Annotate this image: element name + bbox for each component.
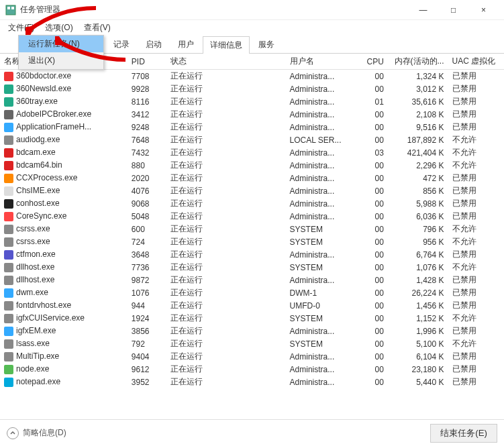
process-mem: 5,988 K bbox=[388, 197, 448, 210]
menu-exit[interactable]: 退出(X) bbox=[19, 52, 103, 69]
process-user: SYSTEM bbox=[286, 312, 360, 325]
process-uac: 已禁用 bbox=[448, 210, 504, 223]
process-icon bbox=[4, 276, 13, 285]
fewer-details-button[interactable]: 简略信息(D) bbox=[7, 427, 66, 439]
table-row[interactable]: AdobeIPCBroker.exe3412正在运行Administra...0… bbox=[0, 108, 504, 121]
table-row[interactable]: ApplicationFrameH...9248正在运行Administra..… bbox=[0, 121, 504, 133]
col-uac[interactable]: UAC 虚拟化 bbox=[448, 54, 504, 70]
process-name: fontdrvhost.exe bbox=[16, 300, 71, 310]
tab-services[interactable]: 服务 bbox=[251, 36, 282, 53]
col-cpu[interactable]: CPU bbox=[360, 54, 388, 70]
process-uac: 不允许 bbox=[448, 235, 504, 248]
process-name: 360bdoctor.exe bbox=[16, 71, 71, 80]
process-icon bbox=[4, 85, 13, 94]
minimize-button[interactable]: — bbox=[408, 0, 438, 20]
process-name: 360tray.exe bbox=[16, 97, 58, 106]
process-mem: 1,324 K bbox=[388, 70, 448, 83]
col-user[interactable]: 用户名 bbox=[286, 54, 360, 70]
process-status: 正在运行 bbox=[166, 184, 285, 197]
process-name: MultiTip.exe bbox=[16, 351, 59, 361]
menu-options[interactable]: 选项(O) bbox=[40, 21, 78, 35]
table-row[interactable]: csrss.exe724正在运行SYSTEM00956 K不允许 bbox=[0, 235, 504, 248]
table-row[interactable]: 360tray.exe8116正在运行Administra...0135,616… bbox=[0, 95, 504, 108]
process-name: node.exe bbox=[16, 364, 49, 374]
table-row[interactable]: audiodg.exe7648正在运行LOCAL SER...00187,892… bbox=[0, 133, 504, 146]
process-cpu: 00 bbox=[360, 363, 388, 376]
table-row[interactable]: bdcam.exe7432正在运行Administra...03421,404 … bbox=[0, 146, 504, 159]
menu-view[interactable]: 查看(V) bbox=[79, 21, 116, 35]
process-user: Administra... bbox=[286, 248, 360, 261]
process-cpu: 00 bbox=[360, 82, 388, 95]
process-uac: 已禁用 bbox=[448, 184, 504, 197]
tab-history[interactable]: 记录 bbox=[106, 36, 137, 53]
process-mem: 5,440 K bbox=[388, 376, 448, 388]
table-row[interactable]: csrss.exe600正在运行SYSTEM00796 K不允许 bbox=[0, 223, 504, 235]
process-uac: 不允许 bbox=[448, 261, 504, 274]
process-mem: 856 K bbox=[388, 184, 448, 197]
process-user: Administra... bbox=[286, 376, 360, 388]
process-mem: 2,296 K bbox=[388, 159, 448, 172]
tab-users[interactable]: 用户 bbox=[170, 36, 201, 53]
end-task-button[interactable]: 结束任务(E) bbox=[430, 424, 497, 443]
process-mem: 1,076 K bbox=[388, 261, 448, 274]
table-row[interactable]: notepad.exe3952正在运行Administra...005,440 … bbox=[0, 376, 504, 388]
process-status: 正在运行 bbox=[166, 82, 285, 95]
process-status: 正在运行 bbox=[166, 146, 285, 159]
process-table-container[interactable]: 名称 PID 状态 用户名 CPU 内存(活动的... UAC 虚拟化 360b… bbox=[0, 54, 504, 416]
file-menu-dropdown: 运行新任务(N) 退出(X) bbox=[18, 35, 104, 70]
process-pid: 792 bbox=[128, 337, 166, 350]
process-icon bbox=[4, 123, 13, 132]
process-uac: 已禁用 bbox=[448, 274, 504, 286]
process-user: UMFD-0 bbox=[286, 299, 360, 312]
col-mem[interactable]: 内存(活动的... bbox=[388, 54, 448, 70]
maximize-button[interactable]: □ bbox=[438, 0, 468, 20]
process-pid: 7432 bbox=[128, 146, 166, 159]
process-status: 正在运行 bbox=[166, 210, 285, 223]
col-pid[interactable]: PID bbox=[128, 54, 166, 70]
table-row[interactable]: bdcam64.bin880正在运行Administra...002,296 K… bbox=[0, 159, 504, 172]
col-status[interactable]: 状态 bbox=[166, 54, 285, 70]
process-mem: 956 K bbox=[388, 235, 448, 248]
process-uac: 已禁用 bbox=[448, 95, 504, 108]
table-row[interactable]: node.exe9612正在运行Administra...0023,180 K已… bbox=[0, 363, 504, 376]
table-row[interactable]: conhost.exe9068正在运行Administra...005,988 … bbox=[0, 197, 504, 210]
process-uac: 已禁用 bbox=[448, 299, 504, 312]
process-status: 正在运行 bbox=[166, 363, 285, 376]
table-row[interactable]: igfxCUIService.exe1924正在运行SYSTEM001,152 … bbox=[0, 312, 504, 325]
table-row[interactable]: CCXProcess.exe2020正在运行Administra...00472… bbox=[0, 172, 504, 184]
table-row[interactable]: ChsIME.exe4076正在运行Administra...00856 K已禁… bbox=[0, 184, 504, 197]
table-row[interactable]: 360Newsld.exe9928正在运行Administra...003,01… bbox=[0, 82, 504, 95]
table-row[interactable]: dwm.exe1076正在运行DWM-10026,224 K已禁用 bbox=[0, 286, 504, 299]
process-icon bbox=[4, 365, 13, 374]
process-icon bbox=[4, 314, 13, 323]
table-row[interactable]: igfxEM.exe3856正在运行Administra...001,996 K… bbox=[0, 325, 504, 337]
table-row[interactable]: dllhost.exe7736正在运行SYSTEM001,076 K不允许 bbox=[0, 261, 504, 274]
table-row[interactable]: dllhost.exe9872正在运行Administra...001,428 … bbox=[0, 274, 504, 286]
process-mem: 472 K bbox=[388, 172, 448, 184]
process-mem: 1,996 K bbox=[388, 325, 448, 337]
menu-run-new-task[interactable]: 运行新任务(N) bbox=[19, 36, 103, 52]
table-row[interactable]: ctfmon.exe3648正在运行Administra...006,764 K… bbox=[0, 248, 504, 261]
table-row[interactable]: lsass.exe792正在运行SYSTEM005,100 K不允许 bbox=[0, 337, 504, 350]
process-uac: 不允许 bbox=[448, 337, 504, 350]
process-pid: 9068 bbox=[128, 197, 166, 210]
close-button[interactable]: × bbox=[468, 0, 499, 20]
process-uac: 已禁用 bbox=[448, 376, 504, 388]
process-cpu: 00 bbox=[360, 70, 388, 83]
process-cpu: 00 bbox=[360, 121, 388, 133]
process-icon bbox=[4, 174, 13, 183]
process-mem: 26,224 K bbox=[388, 286, 448, 299]
table-row[interactable]: CoreSync.exe5048正在运行Administra...006,036… bbox=[0, 210, 504, 223]
process-status: 正在运行 bbox=[166, 133, 285, 146]
process-pid: 8116 bbox=[128, 95, 166, 108]
tab-details[interactable]: 详细信息 bbox=[203, 36, 250, 54]
table-row[interactable]: MultiTip.exe9404正在运行Administra...006,104… bbox=[0, 350, 504, 363]
process-name: bdcam.exe bbox=[16, 148, 56, 157]
table-row[interactable]: fontdrvhost.exe944正在运行UMFD-0001,456 K已禁用 bbox=[0, 299, 504, 312]
process-mem: 5,100 K bbox=[388, 337, 448, 350]
menu-file[interactable]: 文件(F) bbox=[3, 21, 40, 35]
table-row[interactable]: 360bdoctor.exe7708正在运行Administra...001,3… bbox=[0, 70, 504, 83]
tab-startup[interactable]: 启动 bbox=[138, 36, 169, 53]
process-cpu: 00 bbox=[360, 299, 388, 312]
process-pid: 880 bbox=[128, 159, 166, 172]
